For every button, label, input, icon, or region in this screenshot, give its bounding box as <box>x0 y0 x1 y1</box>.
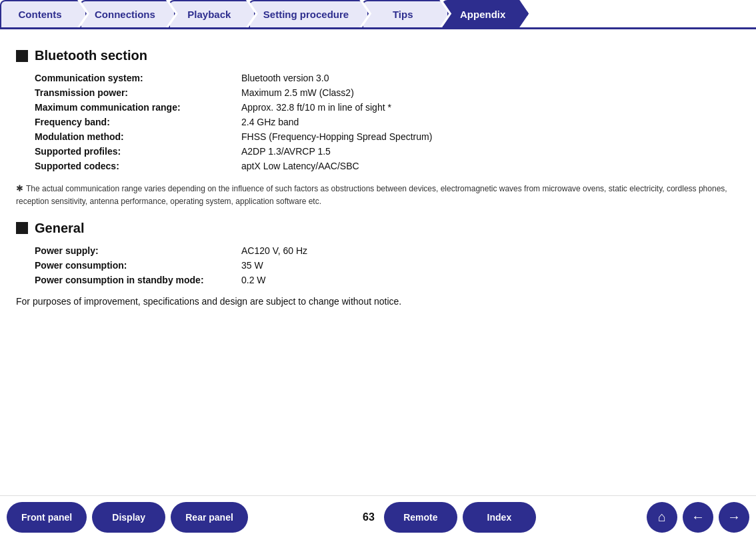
tab-connections[interactable]: Connections <box>80 0 175 27</box>
tab-connections-label: Connections <box>95 9 155 20</box>
home-button[interactable]: ⌂ <box>647 502 677 533</box>
spec-label: Frequency band: <box>35 117 241 127</box>
table-row: Modulation method: FHSS (Frequency-Hoppi… <box>35 131 740 142</box>
table-row: Power consumption in standby mode: 0.2 W <box>35 275 740 285</box>
tab-appendix[interactable]: Appendix <box>442 0 529 27</box>
spec-label: Supported profiles: <box>35 146 241 157</box>
general-section-title: General <box>35 221 84 236</box>
bottom-nav-right: ⌂ ← → <box>647 502 749 533</box>
spec-label: Communication system: <box>35 73 241 83</box>
general-specs-table: Power supply: AC120 V, 60 Hz Power consu… <box>35 245 740 285</box>
display-button[interactable]: Display <box>92 502 165 533</box>
spec-value: Maximum 2.5 mW (Class2) <box>241 87 354 98</box>
bluetooth-section-header: Bluetooth section <box>16 48 740 63</box>
spec-value: FHSS (Frequency-Hopping Spread Spectrum) <box>241 131 432 142</box>
disclaimer-text: For purposes of improvement, specificati… <box>16 296 740 307</box>
home-icon: ⌂ <box>658 509 666 525</box>
spec-value: aptX Low Latency/AAC/SBC <box>241 161 359 171</box>
tab-setting-procedure[interactable]: Setting procedure <box>249 0 369 27</box>
spec-value: AC120 V, 60 Hz <box>241 245 307 256</box>
spec-label: Power supply: <box>35 245 241 256</box>
top-nav: Contents Connections Playback Setting pr… <box>0 0 756 29</box>
spec-label: Modulation method: <box>35 131 241 142</box>
page-number: 63 <box>359 511 379 523</box>
table-row: Power consumption: 35 W <box>35 260 740 271</box>
front-panel-button[interactable]: Front panel <box>7 502 87 533</box>
rear-panel-button[interactable]: Rear panel <box>171 502 248 533</box>
bottom-nav-center: 63 Remote Index <box>359 502 536 533</box>
tab-contents-label: Contents <box>19 9 62 20</box>
table-row: Communication system: Bluetooth version … <box>35 73 740 83</box>
spec-value: Approx. 32.8 ft/10 m in line of sight * <box>241 102 391 113</box>
tab-playback-label: Playback <box>187 9 231 20</box>
bottom-nav: Front panel Display Rear panel 63 Remote… <box>0 495 756 538</box>
table-row: Supported profiles: A2DP 1.3/AVRCP 1.5 <box>35 146 740 157</box>
back-button[interactable]: ← <box>683 502 713 533</box>
table-row: Maximum communication range: Approx. 32.… <box>35 102 740 113</box>
back-icon: ← <box>691 509 705 525</box>
spec-value: Bluetooth version 3.0 <box>241 73 329 83</box>
spec-value: A2DP 1.3/AVRCP 1.5 <box>241 146 331 157</box>
general-section-header: General <box>16 221 740 236</box>
tab-setting-procedure-label: Setting procedure <box>263 9 349 20</box>
tab-playback[interactable]: Playback <box>169 0 255 27</box>
tab-tips-label: Tips <box>393 9 413 20</box>
spec-label: Supported codecs: <box>35 161 241 171</box>
remote-button[interactable]: Remote <box>384 502 457 533</box>
main-content: Bluetooth section Communication system: … <box>0 29 756 495</box>
spec-value: 35 W <box>241 260 263 271</box>
index-button[interactable]: Index <box>463 502 536 533</box>
bluetooth-footnote: ✱The actual communication range varies d… <box>16 182 740 207</box>
forward-button[interactable]: → <box>719 502 749 533</box>
general-section-icon <box>16 222 28 234</box>
table-row: Supported codecs: aptX Low Latency/AAC/S… <box>35 161 740 171</box>
table-row: Power supply: AC120 V, 60 Hz <box>35 245 740 256</box>
bluetooth-section-title: Bluetooth section <box>35 48 147 63</box>
spec-label: Maximum communication range: <box>35 102 241 113</box>
spec-label: Transmission power: <box>35 87 241 98</box>
spec-value: 0.2 W <box>241 275 266 285</box>
bluetooth-section-icon <box>16 50 28 62</box>
forward-icon: → <box>727 509 741 525</box>
spec-label: Power consumption in standby mode: <box>35 275 241 285</box>
tab-tips[interactable]: Tips <box>362 0 449 27</box>
spec-value: 2.4 GHz band <box>241 117 299 127</box>
tab-appendix-label: Appendix <box>460 9 505 20</box>
table-row: Transmission power: Maximum 2.5 mW (Clas… <box>35 87 740 98</box>
tab-contents[interactable]: Contents <box>0 0 87 27</box>
spec-label: Power consumption: <box>35 260 241 271</box>
bluetooth-specs-table: Communication system: Bluetooth version … <box>35 73 740 171</box>
bluetooth-footnote-text: The actual communication range varies de… <box>16 184 727 206</box>
bottom-nav-left: Front panel Display Rear panel <box>7 502 248 533</box>
table-row: Frequency band: 2.4 GHz band <box>35 117 740 127</box>
